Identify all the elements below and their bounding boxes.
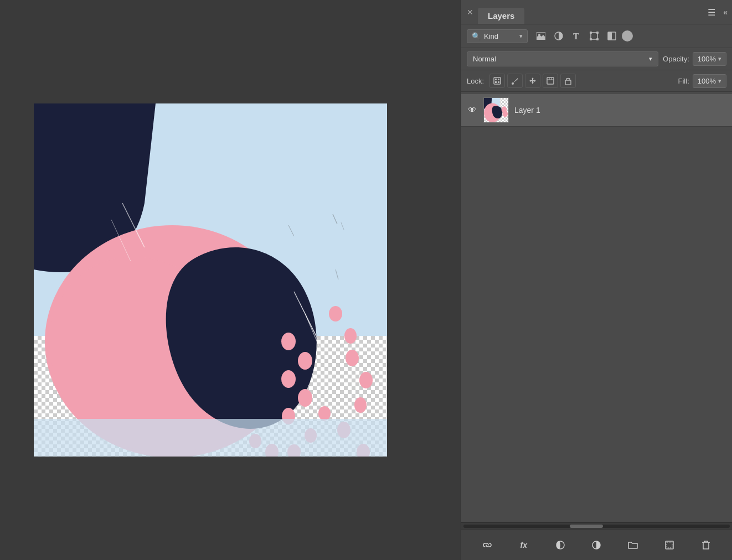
lock-move-button[interactable] <box>525 74 540 88</box>
scrollbar-track[interactable] <box>463 525 730 528</box>
new-layer-button[interactable] <box>661 537 678 553</box>
svg-point-49 <box>512 82 514 85</box>
search-icon: 🔍 <box>472 32 481 40</box>
kind-chevron: ▾ <box>519 33 523 40</box>
svg-rect-57 <box>556 541 560 549</box>
lock-artboard-button[interactable] <box>543 74 558 88</box>
svg-rect-38 <box>590 32 592 34</box>
svg-point-12 <box>344 328 357 344</box>
adjustment-layer-button[interactable] <box>551 537 569 553</box>
scrollbar-area <box>461 522 732 529</box>
svg-text:T: T <box>573 32 579 40</box>
svg-rect-39 <box>596 32 599 34</box>
filter-row: 🔍 Kind ▾ T <box>461 24 732 48</box>
opacity-control: Opacity: 100% ▾ <box>663 52 726 66</box>
lock-pixels-button[interactable] <box>489 74 505 88</box>
opacity-input[interactable]: 100% ▾ <box>693 52 726 66</box>
layers-list: 👁 Layer 1 <box>461 92 732 522</box>
svg-point-13 <box>281 333 296 350</box>
svg-point-19 <box>359 372 373 388</box>
svg-rect-45 <box>495 79 497 80</box>
canvas-area <box>0 0 421 560</box>
menu-icon[interactable]: ☰ <box>708 7 715 17</box>
svg-rect-28 <box>34 419 387 457</box>
svg-rect-51 <box>565 80 571 85</box>
svg-point-25 <box>318 406 331 421</box>
svg-point-11 <box>329 306 342 322</box>
image-filter-icon[interactable] <box>533 29 549 43</box>
lock-all-button[interactable] <box>560 74 576 88</box>
svg-rect-41 <box>596 38 599 40</box>
artwork-canvas <box>34 103 387 457</box>
svg-point-15 <box>281 370 296 388</box>
svg-point-55 <box>502 111 508 117</box>
kind-dropdown[interactable]: 🔍 Kind ▾ <box>467 29 528 43</box>
lock-row: Lock: Fill: 100% ▾ <box>461 70 732 92</box>
blend-mode-dropdown[interactable]: Normal ▾ <box>467 51 658 66</box>
layer-visibility-icon[interactable]: 👁 <box>467 105 478 115</box>
filter-icons: T <box>533 29 633 43</box>
svg-rect-50 <box>547 77 554 84</box>
scrollbar-thumb[interactable] <box>570 525 603 528</box>
svg-rect-46 <box>498 79 499 80</box>
svg-rect-60 <box>667 542 672 548</box>
blend-mode-chevron: ▾ <box>649 55 652 63</box>
lock-icons <box>489 74 576 88</box>
fill-control: Fill: 100% ▾ <box>678 74 726 88</box>
layer-thumb-svg <box>484 98 508 122</box>
artwork-container <box>34 103 387 457</box>
text-filter-icon[interactable]: T <box>569 29 584 43</box>
transform-filter-icon[interactable] <box>586 29 602 43</box>
svg-rect-40 <box>590 38 592 40</box>
svg-rect-44 <box>494 77 501 84</box>
folder-button[interactable] <box>624 537 642 553</box>
close-button[interactable]: ✕ <box>467 8 473 17</box>
svg-point-14 <box>298 352 312 370</box>
panel-footer: fx <box>461 529 732 560</box>
svg-point-16 <box>298 389 312 407</box>
circle-filter-icon[interactable] <box>551 29 566 43</box>
link-layers-button[interactable] <box>478 537 496 553</box>
blend-mode-row: Normal ▾ Opacity: 100% ▾ <box>461 48 732 70</box>
svg-point-20 <box>354 397 367 413</box>
layer-item[interactable]: 👁 Layer 1 <box>461 94 732 127</box>
panel-title: Layers <box>478 8 524 24</box>
artwork-svg <box>34 103 387 457</box>
fill-chevron: ▾ <box>718 77 721 85</box>
svg-point-18 <box>346 350 359 366</box>
collapse-button[interactable]: « <box>723 8 728 17</box>
svg-rect-47 <box>495 81 497 83</box>
lock-label: Lock: <box>467 77 484 85</box>
delete-layer-button[interactable] <box>697 537 715 553</box>
opacity-chevron: ▾ <box>718 55 721 63</box>
fx-button[interactable]: fx <box>515 537 533 553</box>
circle-half-button[interactable] <box>587 537 605 553</box>
layer-name: Layer 1 <box>514 106 726 115</box>
blend-mode-value: Normal <box>473 55 496 63</box>
svg-rect-48 <box>498 81 499 83</box>
fill-input[interactable]: 100% ▾ <box>693 74 726 88</box>
svg-rect-43 <box>608 32 612 40</box>
opacity-label: Opacity: <box>663 55 689 63</box>
kind-label: Kind <box>484 32 498 40</box>
lock-brush-button[interactable] <box>507 74 523 88</box>
svg-rect-37 <box>591 33 597 39</box>
layer-thumbnail <box>483 97 509 123</box>
fill-label: Fill: <box>678 77 689 85</box>
circle-toggle[interactable] <box>622 30 633 42</box>
adjustment-filter-icon[interactable] <box>604 29 620 43</box>
layers-panel: ✕ Layers ☰ « 🔍 Kind ▾ T <box>461 0 732 560</box>
